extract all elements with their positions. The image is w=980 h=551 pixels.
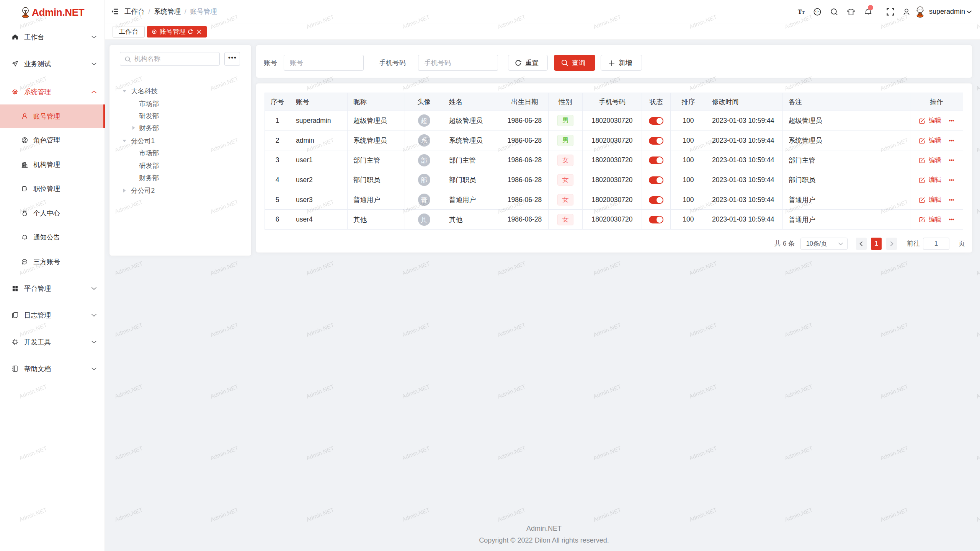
svg-text:中: 中	[815, 10, 819, 14]
